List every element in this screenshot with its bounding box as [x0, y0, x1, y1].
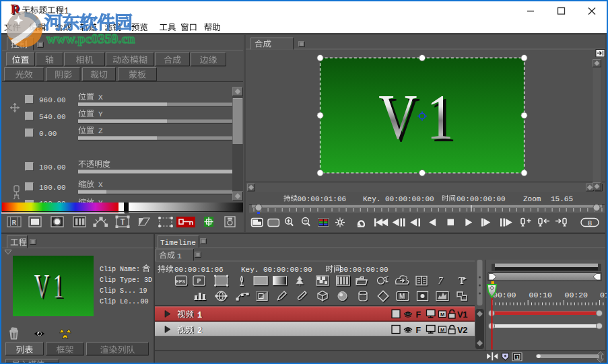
svg-text:EPS: EPS [176, 279, 186, 285]
svg-text:Zoom: Zoom [523, 195, 541, 203]
svg-text:Timeline: Timeline [160, 239, 196, 247]
svg-text:1: 1 [177, 252, 182, 260]
svg-text:P: P [197, 278, 201, 285]
svg-text:Y: Y [98, 110, 103, 118]
svg-text:M: M [440, 312, 444, 318]
svg-text:2: 2 [197, 326, 202, 336]
svg-text:7: 7 [438, 276, 444, 286]
svg-text:F: F [416, 326, 421, 335]
svg-text:100.00: 100.00 [39, 184, 66, 192]
svg-text:100.00: 100.00 [39, 163, 66, 172]
svg-text:www.pc0359.cn: www.pc0359.cn [46, 32, 135, 46]
svg-text:00:10: 00:10 [529, 291, 553, 299]
svg-text:M: M [399, 293, 405, 300]
svg-text:T: T [121, 218, 125, 227]
svg-text:Clip Name:: Clip Name: [100, 266, 140, 273]
svg-text:960.00: 960.00 [39, 96, 66, 104]
svg-text:00: 00 [141, 298, 149, 305]
svg-text:V: V [34, 268, 49, 305]
svg-text:M: M [440, 327, 444, 333]
svg-text:T: T [459, 276, 465, 286]
svg-text:V: V [378, 81, 417, 153]
svg-text:1: 1 [53, 268, 63, 305]
svg-text:1: 1 [516, 355, 519, 361]
svg-text:540.00: 540.00 [39, 113, 66, 121]
svg-text:V1: V1 [457, 310, 467, 320]
svg-text:8: 8 [588, 219, 593, 227]
svg-text:19: 19 [139, 287, 147, 295]
svg-text:00:00:00:00: 00:00:00:00 [457, 195, 506, 203]
svg-text:1: 1 [197, 311, 202, 320]
svg-text:00:00:01:06: 00:00:01:06 [298, 195, 347, 203]
svg-text:V2: V2 [457, 325, 467, 335]
svg-text:Clip Le...: Clip Le... [100, 298, 140, 305]
svg-text:X: X [98, 181, 103, 189]
svg-text:00:00:01:06: 00:00:01:06 [174, 266, 224, 274]
svg-text:Z: Z [98, 127, 103, 135]
svg-text:F: F [416, 310, 421, 320]
svg-text:X: X [98, 94, 103, 102]
svg-text:Clip S...: Clip S... [100, 287, 136, 295]
svg-text:R: R [12, 219, 17, 227]
svg-text:0.00: 0.00 [39, 130, 57, 138]
svg-text:00:00: 00:00 [493, 291, 516, 299]
svg-text:00:20: 00:20 [565, 291, 588, 299]
svg-text:15.65: 15.65 [551, 195, 573, 203]
svg-text:1: 1 [427, 81, 454, 153]
svg-text:Key. 00:00:00:00: Key. 00:00:00:00 [241, 266, 312, 274]
svg-text:Key. 00:00:00:00: Key. 00:00:00:00 [363, 195, 434, 203]
svg-text:Clip Type: 3D: Clip Type: 3D [100, 277, 152, 284]
svg-text:1: 1 [64, 7, 69, 16]
svg-text:00:00:00:00: 00:00:00:00 [339, 266, 389, 274]
